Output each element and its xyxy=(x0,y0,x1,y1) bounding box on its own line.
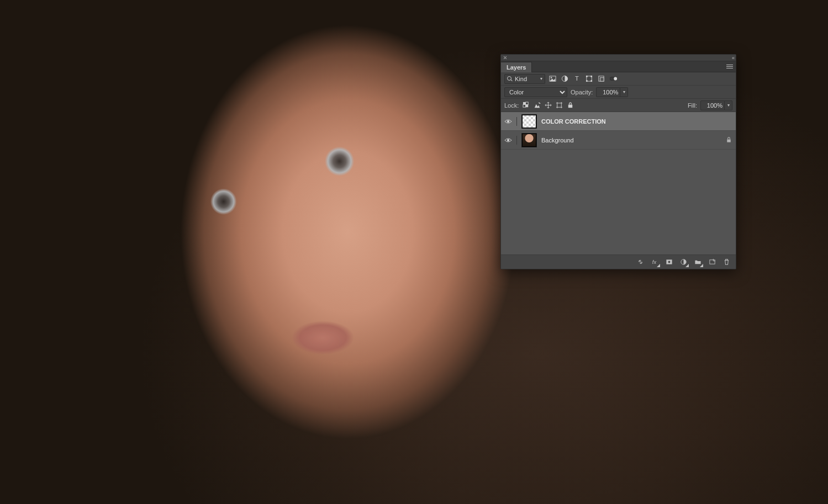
svg-rect-5 xyxy=(586,76,587,77)
fill-input[interactable] xyxy=(700,100,725,110)
svg-rect-8 xyxy=(590,80,592,82)
filter-icons: T xyxy=(549,75,617,83)
tab-layers-label: Layers xyxy=(507,64,526,71)
lock-fill-row: Lock: Fill: ▾ xyxy=(501,99,736,112)
svg-rect-21 xyxy=(727,140,731,142)
fill-label: Fill: xyxy=(688,102,697,109)
panel-tabbar: Layers xyxy=(501,61,736,72)
layer-thumbnail[interactable] xyxy=(521,114,537,129)
layer-name[interactable]: COLOR CORRECTION xyxy=(541,118,606,125)
link-layers-icon[interactable] xyxy=(636,258,644,266)
lock-transparent-icon[interactable] xyxy=(522,102,530,109)
panel-menu-button[interactable] xyxy=(724,61,736,72)
add-mask-icon[interactable] xyxy=(665,258,673,266)
filter-adjustment-icon[interactable] xyxy=(561,75,568,83)
chevron-down-icon: ▾ xyxy=(540,76,542,81)
svg-rect-18 xyxy=(568,105,572,108)
opacity-label: Opacity: xyxy=(571,89,593,96)
svg-rect-13 xyxy=(523,102,526,105)
filter-kind-select[interactable]: Kind ▾ xyxy=(504,74,545,84)
svg-rect-14 xyxy=(525,105,528,108)
lock-position-icon[interactable] xyxy=(544,102,552,109)
filter-type-icon[interactable]: T xyxy=(573,75,581,83)
layer-list[interactable]: COLOR CORRECTION Background xyxy=(501,112,736,254)
opacity-stepper[interactable]: ▾ xyxy=(620,87,628,97)
lock-all-icon[interactable] xyxy=(566,102,574,109)
layers-panel: « Layers Kind ▾ T xyxy=(500,54,736,269)
visibility-toggle[interactable] xyxy=(504,137,512,143)
new-adjustment-icon[interactable] xyxy=(679,258,687,266)
layer-locked-icon xyxy=(725,136,732,144)
close-icon[interactable] xyxy=(503,56,507,60)
new-layer-icon[interactable] xyxy=(708,258,716,266)
opacity-input[interactable] xyxy=(596,87,620,97)
collapse-icon[interactable]: « xyxy=(732,55,734,61)
delete-layer-icon[interactable] xyxy=(722,258,730,266)
svg-point-1 xyxy=(551,77,552,78)
eye-icon xyxy=(504,137,512,143)
panel-titlebar[interactable]: « xyxy=(501,55,736,61)
visibility-toggle[interactable] xyxy=(504,119,512,124)
tab-layers[interactable]: Layers xyxy=(501,62,532,72)
fx-icon[interactable]: fx xyxy=(651,258,658,266)
filter-toggle-dot[interactable] xyxy=(609,75,617,83)
layer-filter-row: Kind ▾ T xyxy=(501,72,736,86)
filter-kind-label: Kind xyxy=(515,76,527,82)
lock-image-icon[interactable] xyxy=(533,102,541,109)
filter-smartobject-icon[interactable] xyxy=(597,75,605,83)
eye-icon xyxy=(504,119,512,124)
svg-rect-17 xyxy=(557,103,561,107)
hamburger-icon xyxy=(726,65,733,69)
layer-thumbnail[interactable] xyxy=(521,133,537,147)
lock-label: Lock: xyxy=(504,102,519,109)
svg-point-20 xyxy=(507,139,509,141)
svg-rect-26 xyxy=(709,260,714,264)
lock-icons xyxy=(522,102,574,109)
svg-rect-16 xyxy=(523,105,526,108)
blend-mode-select[interactable]: Color xyxy=(504,87,567,97)
lock-artboard-icon[interactable] xyxy=(555,102,563,109)
fill-stepper[interactable]: ▾ xyxy=(725,100,732,110)
svg-rect-10 xyxy=(600,78,604,82)
svg-text:fx: fx xyxy=(652,259,656,265)
svg-text:T: T xyxy=(575,75,579,82)
layer-name[interactable]: Background xyxy=(541,137,574,144)
svg-rect-15 xyxy=(525,102,528,105)
svg-point-12 xyxy=(614,77,617,81)
new-group-icon[interactable] xyxy=(694,258,702,266)
svg-rect-6 xyxy=(590,76,592,77)
filter-pixel-icon[interactable] xyxy=(549,75,556,83)
filter-shape-icon[interactable] xyxy=(585,75,593,83)
svg-rect-7 xyxy=(586,80,587,82)
svg-point-19 xyxy=(507,120,509,122)
search-icon xyxy=(507,76,513,82)
panel-footer: fx xyxy=(501,254,736,269)
layer-row[interactable]: Background xyxy=(501,131,736,150)
blend-opacity-row: Color Opacity: ▾ xyxy=(501,86,736,99)
svg-point-24 xyxy=(668,261,671,263)
layer-row[interactable]: COLOR CORRECTION xyxy=(501,112,736,131)
